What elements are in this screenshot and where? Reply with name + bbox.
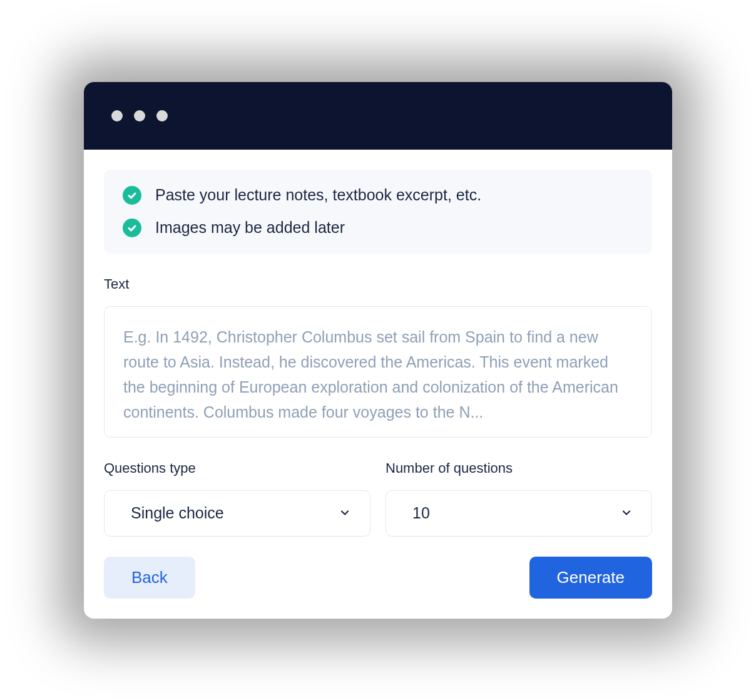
text-label: Text: [104, 276, 652, 292]
number-select[interactable]: 10: [386, 490, 652, 537]
generate-button[interactable]: Generate: [529, 557, 652, 599]
text-input[interactable]: [104, 306, 652, 438]
info-box: Paste your lecture notes, textbook excer…: [104, 170, 652, 254]
question-type-group: Questions type Single choice: [104, 460, 370, 537]
window-titlebar: [84, 82, 672, 150]
chevron-down-icon: [620, 504, 633, 522]
number-value: 10: [412, 504, 430, 522]
question-type-value: Single choice: [131, 504, 224, 522]
info-text: Images may be added later: [155, 219, 345, 237]
check-icon: [123, 219, 141, 237]
window-control-dot[interactable]: [156, 110, 168, 121]
app-window: Paste your lecture notes, textbook excer…: [84, 82, 672, 619]
check-icon: [123, 186, 141, 205]
back-button[interactable]: Back: [104, 557, 195, 599]
info-item: Paste your lecture notes, textbook excer…: [123, 186, 633, 205]
content-area: Paste your lecture notes, textbook excer…: [84, 150, 672, 619]
number-group: Number of questions 10: [386, 460, 652, 537]
options-row: Questions type Single choice Number of q…: [104, 460, 652, 537]
actions-row: Back Generate: [104, 557, 652, 599]
window-control-dot[interactable]: [111, 110, 123, 121]
question-type-select[interactable]: Single choice: [104, 490, 370, 537]
number-label: Number of questions: [386, 460, 652, 476]
chevron-down-icon: [339, 504, 351, 522]
info-item: Images may be added later: [123, 219, 633, 237]
window-control-dot[interactable]: [134, 110, 145, 121]
question-type-label: Questions type: [104, 460, 370, 476]
info-text: Paste your lecture notes, textbook excer…: [155, 186, 481, 204]
